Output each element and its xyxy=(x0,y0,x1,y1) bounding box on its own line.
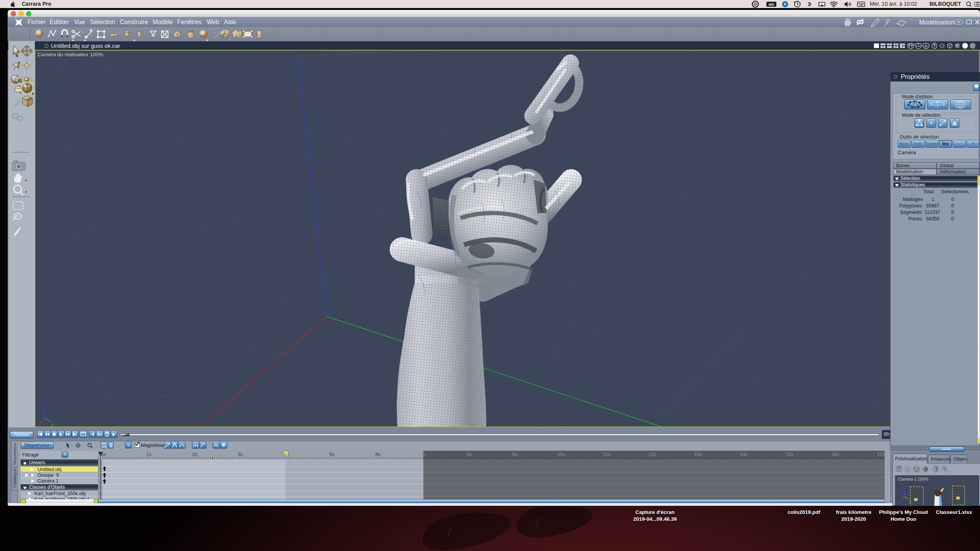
svg-text:WD: WD xyxy=(769,3,774,7)
svg-text:Z: Z xyxy=(43,403,46,408)
svg-text:x: x xyxy=(38,423,40,427)
svg-text:Caméra 1 100%: Caméra 1 100% xyxy=(898,477,929,481)
svg-text:y: y xyxy=(51,422,54,427)
svg-text:Caméra du réalisateur 100%: Caméra du réalisateur 100% xyxy=(38,52,103,57)
svg-text:Z: Z xyxy=(903,486,905,490)
svg-text:x: x xyxy=(898,500,900,504)
